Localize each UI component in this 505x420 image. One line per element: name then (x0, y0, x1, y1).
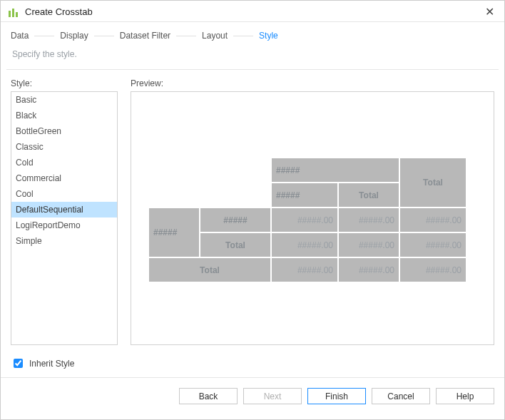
crosstab-preview: ##### Total ##### Total ##### ##### ####… (148, 158, 494, 282)
preview-col-total: Total (338, 183, 399, 208)
svg-rect-2 (16, 12, 18, 17)
style-section-label: Style: (11, 78, 118, 88)
preview-cell: #####.00 (399, 232, 466, 257)
preview-row-total: Total (200, 232, 271, 257)
preview-cell: #####.00 (338, 208, 399, 232)
inherit-style-label[interactable]: Inherit Style (29, 359, 74, 369)
style-item[interactable]: DefaultSequential (11, 202, 117, 217)
preview-cell: #####.00 (271, 257, 338, 282)
preview-box: ##### Total ##### Total ##### ##### ####… (131, 91, 494, 345)
style-item[interactable]: Commercial (11, 170, 117, 186)
cancel-button[interactable]: Cancel (372, 388, 430, 404)
preview-grand-total-col: Total (399, 158, 466, 208)
style-item[interactable]: Cool (11, 186, 117, 202)
preview-section-label: Preview: (131, 78, 494, 88)
window-title: Create Crosstab (25, 6, 93, 17)
step-data[interactable]: Data (11, 31, 29, 41)
wizard-steps: Data Display Dataset Filter Layout Style (1, 22, 504, 43)
finish-button[interactable]: Finish (307, 388, 366, 404)
preview-cell: #####.00 (399, 208, 466, 232)
preview-col-group: ##### (271, 158, 399, 183)
style-item[interactable]: Basic (11, 92, 117, 108)
preview-cell: #####.00 (338, 232, 399, 257)
step-layout[interactable]: Layout (202, 31, 228, 41)
wizard-subtitle: Specify the style. (1, 43, 504, 69)
preview-cell: #####.00 (338, 257, 399, 282)
style-item[interactable]: Black (11, 108, 117, 123)
style-item[interactable]: Classic (11, 139, 117, 155)
preview-row-sub: ##### (200, 208, 271, 232)
step-dataset-filter[interactable]: Dataset Filter (120, 31, 170, 41)
step-style[interactable]: Style (259, 31, 278, 41)
close-icon[interactable]: ✕ (482, 5, 497, 19)
help-button[interactable]: Help (436, 388, 494, 404)
inherit-style-checkbox[interactable] (14, 359, 23, 368)
style-item[interactable]: Cold (11, 155, 117, 170)
back-button[interactable]: Back (179, 388, 238, 404)
next-button: Next (243, 388, 302, 404)
preview-cell: #####.00 (271, 208, 338, 232)
preview-cell: #####.00 (399, 257, 466, 282)
step-display[interactable]: Display (60, 31, 88, 41)
svg-rect-1 (12, 9, 14, 17)
style-item[interactable]: LogiReportDemo (11, 217, 117, 233)
preview-grand-total-row: Total (148, 257, 271, 282)
preview-cell: #####.00 (271, 232, 338, 257)
preview-col-sub: ##### (271, 183, 338, 208)
style-list[interactable]: BasicBlackBottleGreenClassicColdCommerci… (11, 91, 118, 345)
style-item[interactable]: Simple (11, 233, 117, 249)
app-icon (8, 6, 19, 18)
preview-row-group: ##### (148, 208, 200, 257)
style-item[interactable]: BottleGreen (11, 123, 117, 139)
svg-rect-0 (9, 11, 11, 17)
